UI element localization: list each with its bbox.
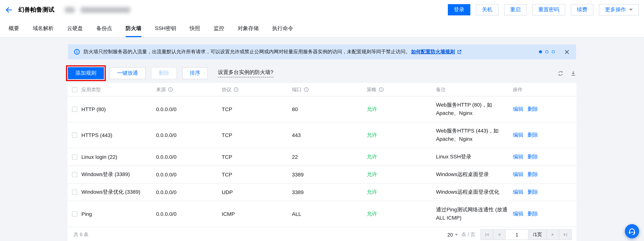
rule-remark: Linux SSH登录	[436, 153, 513, 161]
prev-page-button[interactable]	[493, 229, 506, 240]
rule-policy: 允许	[367, 189, 436, 196]
tab-ssh-key[interactable]: SSH密钥	[155, 20, 176, 37]
last-page-button[interactable]	[559, 229, 572, 240]
refresh-icon[interactable]	[558, 70, 563, 76]
banner-close-button[interactable]	[564, 49, 569, 54]
row-checkbox[interactable]	[72, 154, 77, 160]
col-app-type: 应用类型	[82, 86, 101, 93]
rule-app-type: Windows登录 (3389)	[82, 171, 130, 178]
delete-button[interactable]: 删除	[151, 67, 177, 79]
table-row: Linux login (22) 0.0.0.0/0 TCP 22 允许 Lin…	[68, 148, 576, 166]
carousel-dot-1[interactable]	[539, 50, 542, 53]
renew-button[interactable]: 续费	[571, 4, 593, 16]
info-icon	[74, 49, 80, 55]
info-icon[interactable]	[168, 87, 173, 92]
delete-link[interactable]: 删除	[528, 154, 538, 160]
row-checkbox[interactable]	[72, 190, 77, 195]
firewall-docs-link[interactable]: 如何配置防火墙规则	[411, 49, 455, 55]
col-protocol: 协议	[222, 86, 232, 93]
tab-cloud-disk[interactable]: 云硬盘	[67, 20, 83, 37]
allow-all-button[interactable]: 一键放通	[110, 67, 146, 79]
lighthouse-firewall-page: 幻兽帕鲁测试 登录 关机 重启 重置密码 续费 更多操作 概要 域名解析 云硬盘…	[0, 0, 644, 241]
multi-instance-firewall-link[interactable]: 设置多台实例的防火墙?	[218, 69, 274, 77]
sort-button[interactable]: 排序	[182, 67, 208, 79]
tab-firewall[interactable]: 防火墙	[126, 20, 142, 37]
delete-link[interactable]: 删除	[528, 211, 538, 217]
rule-port: 443	[292, 132, 367, 138]
rule-protocol: TCP	[222, 172, 292, 178]
external-link-icon[interactable]	[457, 49, 462, 54]
chevron-down-icon	[455, 234, 458, 236]
edit-link[interactable]: 编辑	[513, 211, 524, 217]
tab-monitor[interactable]: 监控	[214, 20, 224, 37]
total-count: 共 6 条	[74, 231, 89, 238]
rule-protocol: TCP	[222, 154, 292, 160]
tab-overview[interactable]: 概要	[9, 20, 19, 37]
banner-carousel-dots	[539, 50, 555, 53]
edit-link[interactable]: 编辑	[513, 132, 524, 138]
restart-button[interactable]: 重启	[504, 4, 526, 16]
page-size-select[interactable]: 20 条 / 页	[448, 231, 476, 238]
customer-service-button[interactable]	[625, 224, 639, 238]
tab-run-command[interactable]: 执行命令	[272, 20, 293, 37]
rule-app-type: HTTP (80)	[82, 106, 106, 112]
page-size-value: 20	[448, 232, 453, 237]
rule-policy: 允许	[367, 211, 436, 217]
edit-link[interactable]: 编辑	[513, 189, 524, 195]
delete-link[interactable]: 删除	[528, 171, 538, 177]
tab-backup-point[interactable]: 备份点	[96, 20, 112, 37]
redacted-instance-info	[65, 7, 75, 13]
select-all-checkbox[interactable]	[72, 87, 77, 92]
rule-remark: 通过Ping测试网络连通性 (放通 ALL ICMP)	[436, 206, 513, 222]
row-checkbox[interactable]	[72, 133, 77, 138]
shutdown-button[interactable]: 关机	[476, 4, 498, 16]
firewall-info-banner: 防火墙只控制服务器的入流量，出流量默认允许所有请求，可以设置允许或禁止公网或内网…	[68, 44, 576, 59]
info-icon[interactable]	[379, 87, 384, 92]
firewall-toolbar: 添加规则 一键放通 删除 排序 设置多台实例的防火墙?	[68, 67, 576, 79]
tab-snapshot[interactable]: 快照	[190, 20, 200, 37]
row-checkbox[interactable]	[72, 172, 77, 177]
firewall-rules-table: 应用类型 来源 协议 端口 策略 备注 操作 HTTP (80) 0	[68, 83, 576, 241]
delete-link[interactable]: 删除	[528, 106, 538, 112]
prev-page-icon	[498, 233, 500, 236]
header-actions: 登录 关机 重启 重置密码 续费 更多操作	[448, 4, 639, 16]
first-page-button[interactable]	[480, 229, 493, 240]
edit-link[interactable]: 编辑	[513, 171, 524, 177]
tab-object-storage[interactable]: 对象存储	[238, 20, 259, 37]
edit-link[interactable]: 编辑	[513, 106, 524, 112]
rule-policy: 允许	[367, 132, 436, 139]
rule-source: 0.0.0.0/0	[156, 106, 222, 112]
tab-bar: 概要 域名解析 云硬盘 备份点 防火墙 SSH密钥 快照 监控 对象存储 执行命…	[0, 20, 644, 38]
table-row: Windows登录 (3389) 0.0.0.0/0 TCP 3389 允许 W…	[68, 166, 576, 184]
carousel-dot-3[interactable]	[552, 50, 555, 53]
redacted-instance-info	[81, 7, 130, 13]
carousel-dot-2[interactable]	[545, 50, 548, 53]
rule-app-type: Windows登录优化 (3389)	[82, 189, 140, 196]
add-rule-button[interactable]: 添加规则	[68, 67, 104, 79]
row-checkbox[interactable]	[72, 211, 77, 217]
current-page-input[interactable]: 1	[505, 229, 528, 240]
download-icon[interactable]	[570, 70, 576, 76]
col-port: 端口	[292, 86, 302, 93]
info-icon[interactable]	[234, 87, 238, 92]
back-button[interactable]	[5, 7, 12, 13]
edit-link[interactable]: 编辑	[513, 154, 524, 160]
rule-app-type: HTTPS (443)	[82, 132, 112, 138]
more-actions-button[interactable]: 更多操作	[599, 4, 639, 16]
next-page-button[interactable]	[546, 229, 559, 240]
rule-source: 0.0.0.0/0	[156, 189, 222, 195]
table-header-row: 应用类型 来源 协议 端口 策略 备注 操作	[68, 83, 576, 97]
row-checkbox[interactable]	[72, 107, 77, 112]
reset-password-button[interactable]: 重置密码	[532, 4, 565, 16]
delete-link[interactable]: 删除	[528, 189, 538, 195]
rule-port: 3389	[292, 172, 367, 178]
delete-link[interactable]: 删除	[528, 132, 538, 138]
rule-port: ALL	[292, 211, 367, 217]
login-button[interactable]: 登录	[448, 4, 470, 16]
rule-port: 22	[292, 154, 367, 160]
headset-icon	[628, 227, 636, 235]
info-icon[interactable]	[304, 87, 309, 92]
rule-policy: 允许	[367, 154, 436, 160]
tab-dns[interactable]: 域名解析	[33, 20, 54, 37]
table-row: Ping 0.0.0.0/0 ICMP ALL 允许 通过Ping测试网络连通性…	[68, 201, 576, 227]
